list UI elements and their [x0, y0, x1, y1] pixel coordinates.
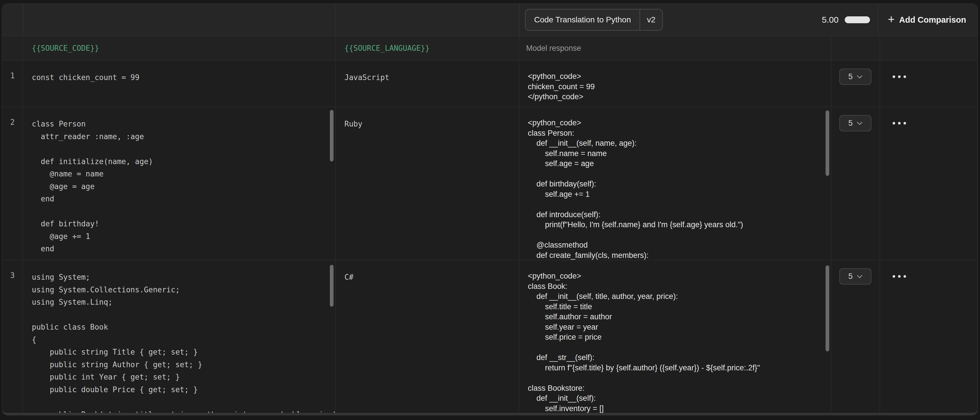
language-text: JavaScript: [336, 61, 519, 84]
plus-icon: +: [888, 13, 895, 25]
row-number: 1: [2, 61, 23, 107]
score-dropdown[interactable]: 5: [839, 115, 872, 131]
ellipsis-icon: [892, 275, 895, 278]
model-response-cell: <python_code> class Person: def __init__…: [519, 107, 831, 260]
vertical-scrollbar-thumb[interactable]: [330, 110, 334, 161]
model-response-text: <python_code> chicken_count = 99 </pytho…: [519, 61, 831, 102]
source-code-text: class Person attr_reader :name, :age def…: [23, 107, 335, 256]
column-divider: [23, 4, 23, 36]
source-code-cell: using System; using System.Collections.G…: [23, 260, 336, 415]
score-value: 5: [848, 119, 853, 128]
ellipsis-icon: [898, 75, 900, 78]
prompt-version-select[interactable]: Code Translation to Python v2: [525, 9, 663, 31]
actions-cell: [880, 260, 977, 415]
model-response-header: Model response: [519, 36, 831, 60]
prompt-name[interactable]: Code Translation to Python: [525, 10, 640, 30]
add-comparison-button[interactable]: + Add Comparison: [878, 4, 976, 36]
language-cell: Ruby: [336, 107, 519, 260]
language-text: Ruby: [336, 107, 519, 131]
language-text: C#: [336, 260, 519, 284]
score-cell: 5: [831, 107, 880, 260]
score-dropdown[interactable]: 5: [839, 268, 872, 284]
column-header-row: {{SOURCE_CODE}} {{SOURCE_LANGUAGE}} Mode…: [2, 36, 977, 60]
actions-header: [880, 36, 977, 60]
score-header: [831, 36, 880, 60]
row-actions-button[interactable]: [892, 115, 910, 131]
table-row: 3 using System; using System.Collections…: [2, 260, 977, 415]
source-language-header: {{SOURCE_LANGUAGE}}: [336, 36, 519, 60]
row-actions-button[interactable]: [892, 69, 910, 85]
average-score-group: 5.00: [822, 4, 875, 36]
source-code-header-label: {{SOURCE_CODE}}: [23, 44, 99, 53]
chevron-down-icon: [857, 75, 862, 78]
comparison-table: Code Translation to Python v2 5.00 + Add…: [2, 3, 978, 415]
column-divider: [519, 4, 520, 36]
score-dropdown[interactable]: 5: [839, 69, 872, 85]
vertical-scrollbar-thumb[interactable]: [826, 265, 829, 351]
actions-cell: [880, 107, 977, 260]
model-response-cell: <python_code> class Book: def __init__(s…: [519, 260, 831, 415]
average-score: 5.00: [822, 15, 838, 25]
row-number-header: [2, 36, 23, 60]
column-divider: [336, 4, 336, 36]
model-response-text: <python_code> class Book: def __init__(s…: [519, 260, 831, 414]
table-row: 1 const chicken_count = 99 JavaScript <p…: [2, 60, 977, 107]
table-row: 2 class Person attr_reader :name, :age d…: [2, 107, 977, 260]
ellipsis-icon: [904, 75, 906, 78]
source-language-header-label: {{SOURCE_LANGUAGE}}: [336, 44, 430, 53]
source-code-header: {{SOURCE_CODE}}: [23, 36, 336, 60]
source-code-cell: class Person attr_reader :name, :age def…: [23, 107, 336, 260]
row-number: 2: [2, 107, 23, 260]
ellipsis-icon: [904, 122, 906, 125]
score-progress-pill: [845, 16, 870, 23]
ellipsis-icon: [898, 122, 900, 125]
model-response-header-label: Model response: [519, 44, 581, 53]
vertical-scrollbar-thumb[interactable]: [330, 265, 334, 307]
chevron-down-icon: [857, 275, 862, 278]
ellipsis-icon: [892, 75, 895, 78]
score-cell: 5: [831, 260, 880, 415]
model-response-cell: <python_code> chicken_count = 99 </pytho…: [519, 61, 831, 107]
ellipsis-icon: [904, 275, 906, 278]
table-top-header: Code Translation to Python v2 5.00 + Add…: [2, 4, 977, 36]
ellipsis-icon: [892, 122, 895, 125]
actions-cell: [880, 61, 977, 107]
score-value: 5: [848, 72, 853, 81]
model-response-text: <python_code> class Person: def __init__…: [519, 107, 831, 260]
add-comparison-label: Add Comparison: [899, 15, 966, 25]
score-value: 5: [848, 272, 853, 281]
score-cell: 5: [831, 61, 880, 107]
source-code-cell: const chicken_count = 99: [23, 61, 336, 107]
prompt-version-badge[interactable]: v2: [640, 10, 662, 30]
language-cell: C#: [336, 260, 519, 415]
source-code-text: const chicken_count = 99: [23, 61, 335, 84]
chevron-down-icon: [857, 121, 862, 125]
source-code-text: using System; using System.Collections.G…: [23, 260, 335, 415]
row-number: 3: [2, 260, 23, 415]
row-actions-button[interactable]: [892, 268, 910, 284]
language-cell: JavaScript: [336, 61, 519, 107]
vertical-scrollbar-thumb[interactable]: [826, 110, 829, 176]
ellipsis-icon: [898, 275, 900, 278]
